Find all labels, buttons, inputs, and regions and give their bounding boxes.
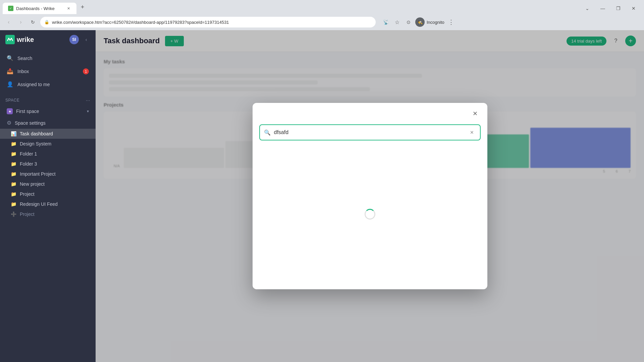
tab-title: Dashboards - Wrike: [16, 6, 63, 11]
search-modal: ✕ 🔍 ✕: [253, 103, 487, 289]
search-modal-icon: 🔍: [264, 129, 271, 136]
design-system-label: Design System: [20, 141, 51, 146]
sidebar-collapse-icon[interactable]: ‹: [82, 36, 90, 44]
modal-overlay: ✕ 🔍 ✕: [96, 30, 644, 362]
browser-tab-bar: ✓ Dashboards - Wrike ✕ + ⌄ — ❐ ✕: [0, 0, 644, 14]
modal-close-icon: ✕: [473, 110, 478, 117]
space-chevron-icon: ▾: [87, 109, 89, 114]
task-dashboard-label: Task dashboard: [20, 131, 53, 136]
assigned-icon: 👤: [7, 81, 13, 87]
search-clear-icon: ✕: [470, 130, 474, 135]
nav-refresh-button[interactable]: ↻: [28, 17, 38, 27]
space-settings-icon: ⚙: [7, 120, 11, 126]
sidebar-item-space-settings[interactable]: ⚙ Space settings: [0, 117, 96, 129]
sidebar-item-search-label: Search: [17, 56, 32, 61]
modal-header: ✕: [253, 103, 487, 122]
redesign-ui-label: Redesign UI Feed: [20, 201, 58, 207]
wrike-logo-icon: [5, 35, 15, 44]
sidebar-space-item[interactable]: ★ First space ▾: [0, 106, 96, 117]
url-text: wrike.com/workspace.htm?acc=6250782#/das…: [52, 20, 372, 25]
project-label: Project: [20, 191, 35, 197]
inbox-badge: 1: [83, 68, 89, 74]
important-project-label: Important Project: [20, 171, 56, 177]
folder-3-label: Folder 3: [20, 161, 37, 167]
sidebar-item-folder-3[interactable]: 📁 Folder 3: [0, 159, 96, 169]
loading-spinner: [365, 209, 375, 220]
incognito-label: Incognito: [427, 20, 444, 25]
browser-chrome: ✓ Dashboards - Wrike ✕ + ⌄ — ❐ ✕ ‹ › ↻ 🔒…: [0, 0, 644, 30]
sidebar-item-task-dashboard[interactable]: 📊 Task dashboard: [0, 129, 96, 139]
close-window-button[interactable]: ✕: [626, 3, 641, 14]
browser-toolbar: ‹ › ↻ 🔒 wrike.com/workspace.htm?acc=6250…: [0, 14, 644, 30]
folder-3-icon: 📁: [11, 161, 16, 167]
lock-icon: 🔒: [44, 20, 49, 24]
inbox-icon: 📥: [7, 68, 13, 74]
sidebar-item-inbox-label: Inbox: [17, 69, 29, 74]
new-tab-button[interactable]: +: [78, 2, 87, 12]
redesign-ui-icon: 📁: [11, 201, 16, 207]
maximize-button[interactable]: ❐: [610, 3, 626, 14]
sidebar: wrike SI ‹ 🔍 Search 📥 Inbox 1 👤 Assigned…: [0, 30, 96, 362]
window-controls: ⌄ — ❐ ✕: [580, 3, 641, 14]
space-icon: ★: [7, 108, 13, 114]
sidebar-item-redesign-ui[interactable]: 📁 Redesign UI Feed: [0, 199, 96, 209]
modal-loading-area: [259, 147, 481, 281]
design-system-icon: 📁: [11, 141, 16, 146]
tab-favicon: ✓: [8, 6, 13, 11]
bookmark-icon[interactable]: ☆: [392, 17, 402, 27]
sidebar-item-search[interactable]: 🔍 Search: [0, 52, 96, 65]
sidebar-item-add-project[interactable]: ➕ Project: [0, 209, 96, 219]
search-clear-button[interactable]: ✕: [468, 128, 476, 136]
project-icon: 📁: [11, 191, 16, 197]
space-options-icon[interactable]: ···: [86, 98, 90, 103]
sidebar-item-inbox[interactable]: 📥 Inbox 1: [0, 65, 96, 78]
sidebar-space-section: Space ···: [0, 94, 96, 106]
add-project-label: Project: [20, 212, 35, 217]
sidebar-nav: 🔍 Search 📥 Inbox 1 👤 Assigned to me: [0, 49, 96, 94]
space-name: First space: [16, 109, 39, 114]
new-project-label: New project: [20, 181, 45, 187]
space-section-label: Space: [5, 98, 19, 103]
modal-body: 🔍 ✕: [253, 122, 487, 289]
minimize-button[interactable]: —: [595, 3, 610, 14]
sidebar-item-design-system[interactable]: 📁 Design System: [0, 139, 96, 149]
add-project-icon: ➕: [11, 212, 16, 217]
sidebar-item-assigned-label: Assigned to me: [17, 82, 50, 87]
cast-icon[interactable]: 📡: [381, 17, 390, 27]
search-input-wrapper: 🔍 ✕: [259, 124, 481, 140]
sidebar-item-assigned[interactable]: 👤 Assigned to me: [0, 78, 96, 91]
incognito-avatar: 🕵: [415, 17, 425, 27]
wrike-logo: wrike: [5, 35, 34, 44]
tab-close-icon[interactable]: ✕: [66, 6, 71, 11]
important-project-icon: 📁: [11, 171, 16, 177]
sidebar-item-important-project[interactable]: 📁 Important Project: [0, 169, 96, 179]
browser-menu-icon[interactable]: ⋮: [446, 17, 456, 27]
folder-1-icon: 📁: [11, 151, 16, 157]
chevron-down-icon[interactable]: ⌄: [580, 3, 595, 14]
search-input[interactable]: [274, 129, 465, 135]
profile-icon[interactable]: ⊙: [404, 17, 413, 27]
browser-tab[interactable]: ✓ Dashboards - Wrike ✕: [3, 3, 76, 14]
browser-actions: 📡 ☆ ⊙ 🕵 Incognito ⋮: [381, 17, 456, 27]
space-section-header: Space ···: [5, 98, 90, 103]
folder-1-label: Folder 1: [20, 151, 37, 157]
avatar[interactable]: SI: [69, 35, 79, 44]
sidebar-item-folder-1[interactable]: 📁 Folder 1: [0, 149, 96, 159]
main-content: Task dashboard + W 14 trial days left ? …: [96, 30, 644, 362]
search-icon: 🔍: [7, 55, 13, 61]
modal-close-button[interactable]: ✕: [470, 108, 481, 119]
nav-forward-button[interactable]: ›: [16, 17, 25, 27]
address-bar[interactable]: 🔒 wrike.com/workspace.htm?acc=6250782#/d…: [40, 17, 376, 27]
app-layout: wrike SI ‹ 🔍 Search 📥 Inbox 1 👤 Assigned…: [0, 30, 644, 362]
space-section-actions: ···: [86, 98, 90, 103]
new-project-icon: 📁: [11, 181, 16, 187]
wrike-logo-text: wrike: [17, 36, 34, 44]
sidebar-item-project[interactable]: 📁 Project: [0, 189, 96, 199]
task-dashboard-icon: 📊: [11, 131, 16, 136]
nav-back-button[interactable]: ‹: [4, 17, 13, 27]
sidebar-header: wrike SI ‹: [0, 30, 96, 49]
sidebar-item-new-project[interactable]: 📁 New project: [0, 179, 96, 189]
space-settings-label: Space settings: [15, 120, 46, 126]
sidebar-tree: 📊 Task dashboard 📁 Design System 📁 Folde…: [0, 129, 96, 362]
